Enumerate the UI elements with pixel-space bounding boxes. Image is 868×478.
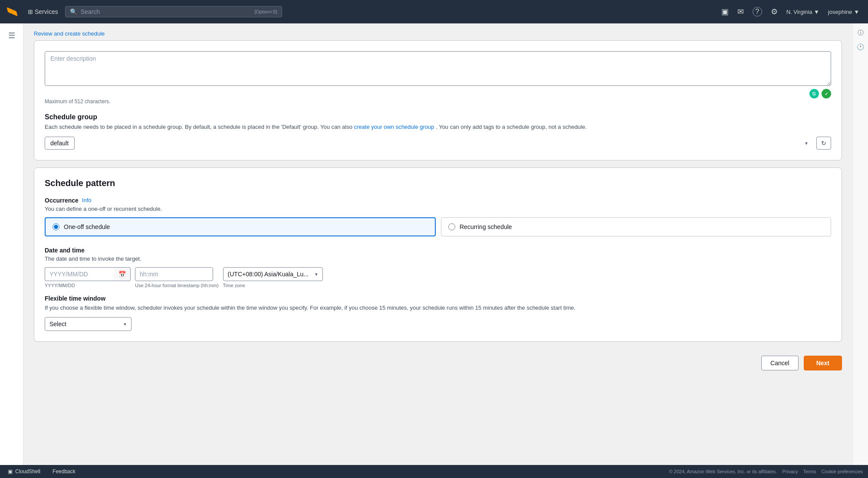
create-schedule-group-link[interactable]: create your own schedule group bbox=[354, 124, 434, 130]
sidebar: ☰ bbox=[0, 23, 23, 465]
occurrence-title: Occurrence bbox=[45, 197, 79, 204]
occurrence-section: Occurrence Info You can define a one-off… bbox=[45, 197, 831, 236]
terms-link[interactable]: Terms bbox=[803, 469, 816, 474]
breadcrumb-current: Review and create schedule bbox=[34, 30, 105, 37]
flex-time-window-section: Flexible time window If you choose a fle… bbox=[45, 295, 831, 331]
one-off-schedule-option[interactable]: One-off schedule bbox=[45, 217, 436, 236]
sidebar-menu-icon[interactable]: ☰ bbox=[3, 27, 20, 44]
gear-icon: ⚙ bbox=[771, 7, 778, 16]
history-icon-button[interactable]: 🕐 bbox=[855, 41, 867, 53]
aws-logo[interactable] bbox=[5, 5, 19, 19]
date-input-row: 📅 bbox=[45, 267, 131, 281]
time-hint: Use 24-hour format timestamp (hh:mm) bbox=[135, 283, 219, 288]
settings-icon-button[interactable]: ⚙ bbox=[767, 4, 781, 19]
cloudshell-button[interactable]: ▣ CloudShell bbox=[5, 467, 43, 476]
breadcrumb: Review and create schedule bbox=[34, 30, 842, 37]
timezone-label: Time zone bbox=[223, 283, 323, 288]
flex-time-select[interactable]: Select Off 1 minute 5 minutes 10 minutes… bbox=[45, 317, 132, 331]
grammarly-g-icon[interactable]: G bbox=[809, 89, 819, 98]
timezone-select-wrapper: (UTC+08:00) Asia/Kuala_Lu... UTC bbox=[223, 267, 323, 281]
calendar-icon: 📅 bbox=[118, 271, 126, 278]
nav-right: ▣ ✉ ? ⚙ N. Virginia ▼ josephine ▼ bbox=[718, 4, 863, 19]
cloudshell-label: CloudShell bbox=[15, 468, 40, 475]
cloudshell-icon: ▣ bbox=[8, 468, 13, 475]
flex-select-wrapper: Select Off 1 minute 5 minutes 10 minutes… bbox=[45, 317, 132, 331]
char-limit-text: Maximum of 512 characters. bbox=[45, 98, 831, 105]
bottom-right: © 2024, Amazon Web Services, Inc. or its… bbox=[669, 469, 863, 474]
schedule-group-row: default ↻ bbox=[45, 137, 831, 150]
refresh-schedule-group-button[interactable]: ↻ bbox=[816, 137, 831, 150]
main-content: Review and create schedule G ✓ Maximum o… bbox=[23, 23, 852, 465]
schedule-group-desc: Each schedule needs to be placed in a sc… bbox=[45, 123, 831, 131]
schedule-group-section: Schedule group Each schedule needs to be… bbox=[45, 113, 831, 150]
date-time-row: 📅 YYYY/MM/DD Use 24-hour format timestam… bbox=[45, 267, 831, 288]
grammarly-check-icon[interactable]: ✓ bbox=[822, 89, 831, 98]
calendar-button[interactable]: 📅 bbox=[114, 267, 131, 281]
cancel-button[interactable]: Cancel bbox=[761, 356, 799, 370]
feedback-button[interactable]: Feedback bbox=[50, 467, 78, 476]
schedule-pattern-title: Schedule pattern bbox=[45, 178, 831, 188]
date-time-title: Date and time bbox=[45, 247, 831, 254]
services-label: Services bbox=[35, 8, 58, 15]
occurrence-info-link[interactable]: Info bbox=[82, 197, 92, 203]
one-off-label: One-off schedule bbox=[64, 223, 110, 230]
flex-window-title: Flexible time window bbox=[45, 295, 831, 302]
search-bar: 🔍 [Option+S] bbox=[65, 6, 282, 17]
top-navigation: ⊞ Services 🔍 [Option+S] ▣ ✉ ? ⚙ N. Virgi… bbox=[0, 0, 868, 23]
terminal-icon-button[interactable]: ▣ bbox=[718, 4, 732, 19]
time-input-group: Use 24-hour format timestamp (hh:mm) bbox=[135, 267, 219, 288]
services-menu-button[interactable]: ⊞ Services bbox=[24, 6, 62, 18]
schedule-pattern-card: Schedule pattern Occurrence Info You can… bbox=[34, 167, 842, 342]
date-input[interactable] bbox=[45, 267, 114, 281]
terminal-icon: ▣ bbox=[721, 7, 729, 16]
bell-icon: ✉ bbox=[737, 7, 744, 16]
user-menu[interactable]: josephine ▼ bbox=[825, 6, 863, 18]
right-panel: ⓘ 🕐 bbox=[852, 23, 868, 465]
recurring-radio[interactable] bbox=[448, 223, 455, 230]
textarea-footer: G ✓ bbox=[45, 89, 831, 98]
info-panel-icon[interactable]: ⓘ bbox=[855, 27, 867, 39]
search-icon: 🔍 bbox=[70, 8, 77, 15]
privacy-link[interactable]: Privacy bbox=[783, 469, 798, 474]
cookie-link[interactable]: Cookie preferences bbox=[822, 469, 863, 474]
date-time-desc: The date and time to invoke the target. bbox=[45, 255, 831, 262]
search-shortcut: [Option+S] bbox=[254, 9, 277, 14]
search-input[interactable] bbox=[81, 8, 251, 15]
schedule-group-select-wrapper: default bbox=[45, 137, 813, 150]
flex-window-desc: If you choose a flexible time window, sc… bbox=[45, 304, 831, 312]
footer-actions: Cancel Next bbox=[34, 349, 842, 381]
occurrence-label-row: Occurrence Info bbox=[45, 197, 831, 204]
bottom-bar: ▣ CloudShell Feedback © 2024, Amazon Web… bbox=[0, 465, 868, 478]
occurrence-options: One-off schedule Recurring schedule bbox=[45, 217, 831, 236]
help-icon: ? bbox=[753, 7, 762, 16]
description-input[interactable] bbox=[45, 51, 831, 86]
time-input[interactable] bbox=[135, 267, 213, 281]
schedule-group-select[interactable]: default bbox=[45, 137, 75, 150]
next-button[interactable]: Next bbox=[804, 356, 842, 370]
one-off-radio[interactable] bbox=[53, 223, 59, 230]
region-selector[interactable]: N. Virginia ▼ bbox=[783, 6, 823, 18]
info-icon: ⓘ bbox=[858, 29, 864, 37]
bell-icon-button[interactable]: ✉ bbox=[734, 4, 747, 19]
clock-icon: 🕐 bbox=[857, 43, 864, 50]
date-format-hint: YYYY/MM/DD bbox=[45, 283, 131, 288]
schedule-group-title: Schedule group bbox=[45, 113, 831, 121]
occurrence-desc: You can define a one-off or recurrent sc… bbox=[45, 206, 831, 212]
date-input-group: 📅 YYYY/MM/DD bbox=[45, 267, 131, 288]
help-icon-button[interactable]: ? bbox=[749, 4, 766, 19]
description-card: G ✓ Maximum of 512 characters. Schedule … bbox=[34, 40, 842, 160]
recurring-schedule-option[interactable]: Recurring schedule bbox=[441, 217, 831, 236]
refresh-icon: ↻ bbox=[821, 140, 826, 147]
timezone-group: (UTC+08:00) Asia/Kuala_Lu... UTC Time zo… bbox=[223, 267, 323, 288]
date-time-section: Date and time The date and time to invok… bbox=[45, 247, 831, 288]
recurring-label: Recurring schedule bbox=[460, 223, 512, 230]
timezone-select[interactable]: (UTC+08:00) Asia/Kuala_Lu... UTC bbox=[223, 267, 323, 281]
hamburger-icon: ☰ bbox=[8, 31, 15, 40]
copyright-text: © 2024, Amazon Web Services, Inc. or its… bbox=[669, 469, 777, 474]
